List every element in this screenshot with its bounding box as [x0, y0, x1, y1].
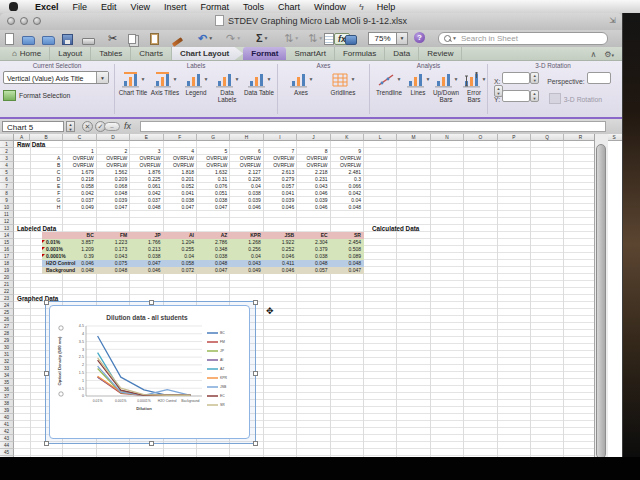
raw-cell[interactable]: 1.632 — [198, 169, 227, 176]
gear-icon[interactable]: ⚙▾ — [604, 50, 614, 59]
labeled-cell[interactable]: 0.047 — [198, 267, 227, 274]
format-painter-icon[interactable] — [172, 31, 183, 45]
zoom-dropdown-icon[interactable]: ▼ — [396, 32, 408, 45]
row-header-26[interactable]: 26 — [0, 316, 14, 323]
labeled-cell[interactable]: 0.046 — [265, 267, 294, 274]
labeled-cell[interactable]: 0.411 — [265, 260, 294, 267]
labeled-cell[interactable]: 0.048 — [332, 260, 361, 267]
labeled-cell[interactable]: 0.043 — [98, 253, 127, 260]
row-header-32[interactable]: 32 — [0, 358, 14, 365]
cut-icon[interactable]: ✂ — [108, 31, 117, 45]
raw-cell[interactable]: 0.042 — [131, 190, 160, 197]
column-header-K[interactable]: K — [331, 134, 364, 141]
row-header-3[interactable]: 3 — [0, 155, 14, 162]
column-header-N[interactable]: N — [431, 134, 464, 141]
row-header-9[interactable]: 9 — [0, 197, 14, 204]
labeled-cell[interactable]: 1.223 — [98, 239, 127, 246]
selection-handle[interactable] — [44, 300, 49, 305]
raw-cell[interactable]: OVRFLW — [98, 155, 127, 162]
tab-layout[interactable]: Layout — [50, 47, 91, 60]
selection-handle[interactable] — [253, 441, 258, 446]
dilution-row-label[interactable]: 0.01% — [46, 239, 60, 246]
tab-format[interactable]: Format — [243, 47, 286, 60]
row-header-28[interactable]: 28 — [0, 330, 14, 337]
raw-cell[interactable]: OVRFLW — [231, 155, 260, 162]
search-dropdown-icon[interactable]: ▼ — [452, 33, 457, 44]
scrollbar-thumb[interactable] — [596, 144, 606, 459]
raw-cell[interactable]: OVRFLW — [265, 162, 294, 169]
raw-cell[interactable]: 0.057 — [265, 183, 294, 190]
raw-cell[interactable]: OVRFLW — [332, 155, 361, 162]
menu-insert[interactable]: Insert — [157, 2, 194, 12]
row-header-38[interactable]: 38 — [0, 400, 14, 407]
selection-handle[interactable] — [253, 300, 258, 305]
raw-cell[interactable]: OVRFLW — [298, 162, 327, 169]
raw-col-number[interactable]: 5 — [198, 148, 227, 155]
minus-icon[interactable]: – — [104, 122, 120, 131]
y-stepper[interactable]: ▲▼ — [530, 90, 539, 102]
labeled-cell[interactable]: 0.038 — [298, 253, 327, 260]
row-header-42[interactable]: 42 — [0, 428, 14, 435]
student-header[interactable]: FM — [98, 232, 127, 239]
raw-col-number[interactable]: 8 — [298, 148, 327, 155]
calculated-data-title[interactable]: Calculated Data — [372, 225, 419, 232]
labeled-cell[interactable]: 0.047 — [332, 267, 361, 274]
labeled-cell[interactable]: 2.786 — [198, 239, 227, 246]
column-header-O[interactable]: O — [464, 134, 497, 141]
row-header-34[interactable]: 34 — [0, 372, 14, 379]
column-header-M[interactable]: M — [397, 134, 430, 141]
raw-cell[interactable]: 0.048 — [332, 204, 361, 211]
x-rotation-field[interactable] — [502, 72, 530, 84]
row-header-40[interactable]: 40 — [0, 414, 14, 421]
collapse-ribbon-icon[interactable]: ∧ — [590, 50, 596, 59]
row-header-8[interactable]: 8 — [0, 190, 14, 197]
labeled-cell[interactable]: 1.268 — [231, 239, 260, 246]
labeled-cell[interactable]: 0.075 — [98, 260, 127, 267]
name-box[interactable]: Chart 5 — [2, 121, 64, 132]
menu-view[interactable]: View — [124, 2, 157, 12]
menu-tools[interactable]: Tools — [236, 2, 271, 12]
row-header-44[interactable]: 44 — [0, 442, 14, 449]
row-header-43[interactable]: 43 — [0, 435, 14, 442]
selection-handle[interactable] — [149, 441, 154, 446]
help-icon[interactable]: ? — [414, 32, 425, 43]
dilution-row-label[interactable]: 0.0001% — [46, 253, 66, 260]
column-header-E[interactable]: E — [130, 134, 163, 141]
labeled-cell[interactable]: 3.857 — [64, 239, 93, 246]
dilution-chart[interactable]: Dilution data - all students00.511.522.5… — [49, 305, 250, 439]
script-menu-icon[interactable]: ϟ — [353, 2, 370, 12]
labeled-cell[interactable]: 1.209 — [64, 246, 93, 253]
paste-icon[interactable] — [150, 31, 159, 45]
raw-cell[interactable]: 0.041 — [265, 190, 294, 197]
raw-cell[interactable]: 0.201 — [165, 176, 194, 183]
labeled-cell[interactable]: 1.922 — [265, 239, 294, 246]
row-header-15[interactable]: 15 — [0, 239, 14, 246]
labeled-cell[interactable]: 0.048 — [198, 260, 227, 267]
row-header-33[interactable]: 33 — [0, 365, 14, 372]
row-header-45[interactable]: 45 — [0, 449, 14, 456]
cancel-icon[interactable]: ✕ — [82, 121, 93, 132]
column-header-A[interactable]: A — [14, 134, 30, 141]
raw-data-title[interactable]: Raw Data — [17, 141, 45, 148]
up-down-bars-button[interactable]: ▼Up/Down Bars — [432, 71, 460, 103]
raw-cell[interactable]: 0.038 — [198, 197, 227, 204]
formula-input[interactable] — [140, 121, 606, 132]
row-header-21[interactable]: 21 — [0, 281, 14, 288]
row-header-11[interactable]: 11 — [0, 211, 14, 218]
labeled-cell[interactable]: 0.256 — [231, 246, 260, 253]
gridlines-button[interactable]: ▼Gridlines — [322, 71, 364, 96]
save-icon[interactable] — [62, 31, 73, 45]
raw-cell[interactable]: 0.039 — [98, 197, 127, 204]
tab-data[interactable]: Data — [385, 47, 419, 60]
row-header-29[interactable]: 29 — [0, 337, 14, 344]
row-header-37[interactable]: 37 — [0, 393, 14, 400]
raw-cell[interactable]: 0.048 — [98, 190, 127, 197]
raw-col-number[interactable]: 2 — [98, 148, 127, 155]
toolbox-icon[interactable] — [345, 31, 357, 45]
row-header-31[interactable]: 31 — [0, 351, 14, 358]
raw-cell[interactable]: 0.049 — [64, 204, 93, 211]
raw-row-label[interactable]: C — [31, 169, 60, 176]
resize-icon[interactable]: ⇲ — [609, 16, 616, 25]
raw-cell[interactable]: 0.043 — [298, 183, 327, 190]
search-input[interactable]: ▼Search in Sheet — [438, 32, 608, 45]
